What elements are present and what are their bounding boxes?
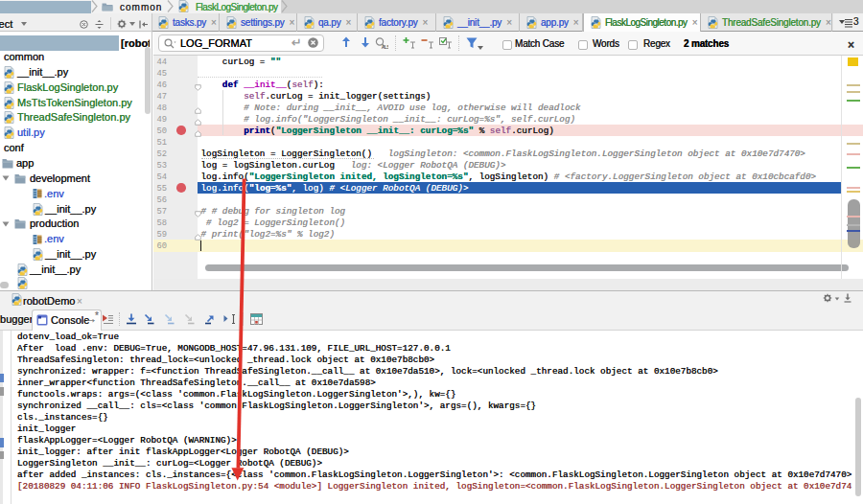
svg-text:ALS: ALS: [382, 45, 388, 50]
